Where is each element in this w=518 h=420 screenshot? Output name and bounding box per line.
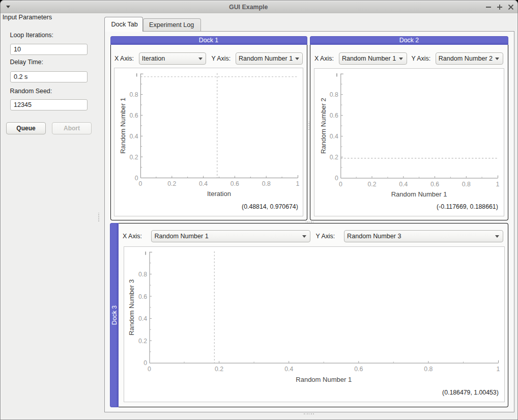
svg-text:0.8: 0.8 [462,181,471,188]
svg-text:(-0.117669, 0.188661): (-0.117669, 0.188661) [437,203,498,210]
svg-text:0.6: 0.6 [430,181,439,188]
svg-text:0.8: 0.8 [262,180,271,187]
svg-text:0.8: 0.8 [138,271,147,278]
svg-text:0: 0 [335,175,338,182]
svg-text:0.6: 0.6 [330,112,338,119]
svg-text:1: 1 [496,181,500,188]
svg-text:Random Number 3: Random Number 3 [128,279,135,335]
svg-text:0.2: 0.2 [129,154,138,161]
svg-text:Random Number 1: Random Number 1 [119,98,127,154]
svg-text:(0.48814, 0.970674): (0.48814, 0.970674) [242,203,298,210]
svg-text:0: 0 [148,366,151,373]
svg-text:0.4: 0.4 [399,181,408,188]
svg-text:0.6: 0.6 [231,180,239,187]
svg-text:0.6: 0.6 [354,366,363,373]
svg-text:0.8: 0.8 [424,366,433,373]
svg-text:0.6: 0.6 [138,293,147,300]
svg-text:0.6: 0.6 [129,112,138,119]
svg-text:(0.186479, 1.00453): (0.186479, 1.00453) [442,389,499,396]
svg-text:0.4: 0.4 [284,366,293,373]
svg-text:0.4: 0.4 [138,315,147,322]
svg-text:Iteration: Iteration [207,190,231,198]
svg-text:1: 1 [496,366,500,373]
svg-text:Random Number 2: Random Number 2 [320,98,327,154]
svg-text:0.2: 0.2 [138,338,147,345]
svg-text:Random Number 1: Random Number 1 [391,190,447,198]
svg-text:0.2: 0.2 [215,366,223,373]
svg-text:0.4: 0.4 [129,133,138,140]
svg-text:0.8: 0.8 [129,91,138,98]
svg-text:0.2: 0.2 [330,154,338,161]
svg-text:0: 0 [139,180,142,187]
svg-text:0.2: 0.2 [167,180,176,187]
svg-text:0: 0 [135,175,138,182]
svg-text:Random Number 1: Random Number 1 [296,376,352,383]
svg-text:0: 0 [143,359,147,367]
svg-text:0: 0 [339,181,342,188]
svg-text:0.2: 0.2 [367,181,376,188]
svg-text:0.4: 0.4 [199,180,208,187]
svg-text:1: 1 [296,180,300,187]
svg-text:0.4: 0.4 [330,133,338,140]
svg-text:0.8: 0.8 [330,91,338,98]
